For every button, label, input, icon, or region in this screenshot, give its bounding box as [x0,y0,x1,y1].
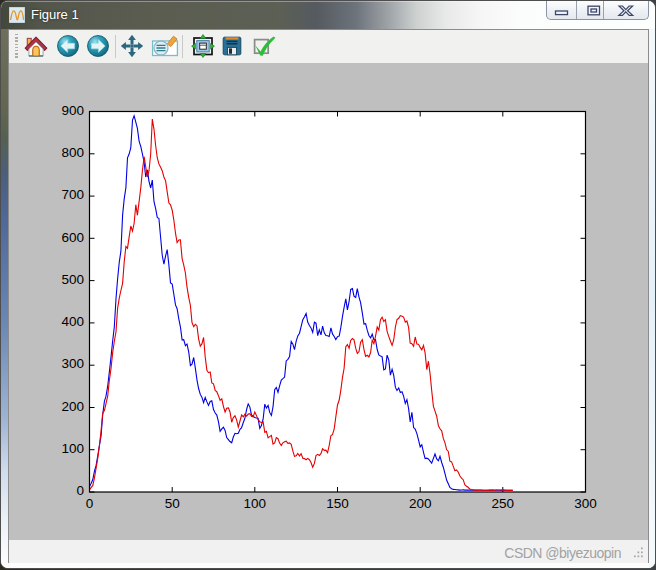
svg-text:200: 200 [61,399,84,414]
svg-text:600: 600 [61,230,84,245]
svg-text:300: 300 [61,356,84,371]
svg-text:0: 0 [86,496,94,511]
svg-text:100: 100 [61,441,84,456]
svg-text:900: 900 [61,103,84,118]
svg-text:800: 800 [61,145,84,160]
svg-text:250: 250 [492,496,515,511]
svg-text:200: 200 [409,496,432,511]
svg-text:100: 100 [244,496,267,511]
svg-text:50: 50 [165,496,180,511]
svg-text:500: 500 [61,272,84,287]
svg-text:400: 400 [61,314,84,329]
svg-text:150: 150 [326,496,349,511]
svg-text:0: 0 [76,483,84,498]
svg-text:300: 300 [574,496,597,511]
svg-text:700: 700 [61,187,84,202]
